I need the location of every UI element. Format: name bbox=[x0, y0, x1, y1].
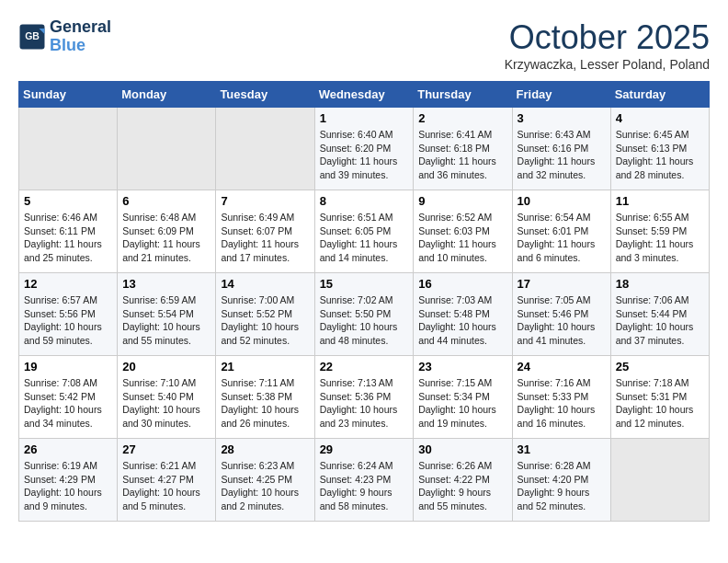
cell-info: Daylight: 11 hours bbox=[616, 155, 704, 168]
cell-info: Daylight: 10 hours bbox=[518, 320, 606, 334]
cell-info: Sunrise: 6:26 AM bbox=[418, 459, 506, 473]
cell-info: and 32 minutes. bbox=[518, 168, 606, 182]
calendar-cell: 27Sunrise: 6:21 AMSunset: 4:27 PMDayligh… bbox=[118, 439, 216, 522]
cell-info: Sunrise: 6:57 AM bbox=[24, 293, 112, 307]
cell-info: Daylight: 10 hours bbox=[221, 403, 309, 417]
calendar-cell: 17Sunrise: 7:05 AMSunset: 5:46 PMDayligh… bbox=[512, 273, 610, 356]
cell-info: Sunset: 6:09 PM bbox=[122, 224, 210, 238]
location: Krzywaczka, Lesser Poland, Poland bbox=[505, 57, 710, 72]
day-number: 6 bbox=[122, 194, 210, 208]
cell-info: and 19 minutes. bbox=[418, 417, 506, 431]
weekday-header: Sunday bbox=[19, 82, 118, 108]
cell-info: and 58 minutes. bbox=[320, 500, 409, 513]
cell-info: and 44 minutes. bbox=[418, 334, 506, 348]
cell-info: Sunrise: 6:46 AM bbox=[24, 211, 112, 224]
cell-info: and 48 minutes. bbox=[320, 334, 409, 348]
cell-info: Sunrise: 6:41 AM bbox=[418, 128, 506, 142]
cell-info: and 14 minutes. bbox=[320, 251, 409, 265]
day-number: 25 bbox=[616, 360, 704, 373]
cell-info: Daylight: 11 hours bbox=[221, 237, 309, 251]
cell-info: Sunset: 6:03 PM bbox=[418, 224, 506, 238]
weekday-header: Saturday bbox=[610, 82, 709, 108]
cell-info: and 23 minutes. bbox=[320, 417, 409, 431]
cell-info: Sunrise: 6:43 AM bbox=[518, 128, 606, 142]
cell-info: Sunrise: 7:16 AM bbox=[518, 376, 606, 390]
day-number: 29 bbox=[320, 442, 409, 456]
day-number: 30 bbox=[418, 442, 506, 456]
cell-info: and 10 minutes. bbox=[418, 251, 506, 265]
calendar-cell: 25Sunrise: 7:18 AMSunset: 5:31 PMDayligh… bbox=[610, 356, 709, 439]
calendar-cell: 5Sunrise: 6:46 AMSunset: 6:11 PMDaylight… bbox=[19, 190, 118, 273]
day-number: 3 bbox=[518, 111, 606, 125]
cell-info: Daylight: 10 hours bbox=[221, 320, 309, 334]
cell-info: Sunrise: 6:55 AM bbox=[616, 211, 704, 224]
cell-info: Sunrise: 6:19 AM bbox=[24, 459, 112, 473]
cell-info: and 30 minutes. bbox=[122, 417, 210, 431]
logo-text: General Blue bbox=[50, 18, 111, 55]
day-number: 4 bbox=[616, 111, 704, 125]
cell-info: and 5 minutes. bbox=[122, 500, 210, 513]
calendar-week-row: 26Sunrise: 6:19 AMSunset: 4:29 PMDayligh… bbox=[19, 439, 710, 522]
calendar-cell: 23Sunrise: 7:15 AMSunset: 5:34 PMDayligh… bbox=[414, 356, 512, 439]
cell-info: Daylight: 10 hours bbox=[122, 403, 210, 417]
cell-info: Sunset: 6:07 PM bbox=[221, 224, 309, 238]
weekday-header: Wednesday bbox=[314, 82, 414, 108]
calendar-cell: 30Sunrise: 6:26 AMSunset: 4:22 PMDayligh… bbox=[414, 439, 512, 522]
logo-icon: GB bbox=[18, 23, 46, 51]
calendar-week-row: 1Sunrise: 6:40 AMSunset: 6:20 PMDaylight… bbox=[19, 108, 710, 190]
cell-info: Daylight: 10 hours bbox=[24, 403, 112, 417]
weekday-header-row: SundayMondayTuesdayWednesdayThursdayFrid… bbox=[19, 82, 710, 108]
cell-info: Sunrise: 7:10 AM bbox=[122, 376, 210, 390]
day-number: 10 bbox=[518, 194, 606, 208]
cell-info: Daylight: 10 hours bbox=[24, 320, 112, 334]
cell-info: Daylight: 10 hours bbox=[320, 403, 409, 417]
calendar-cell: 1Sunrise: 6:40 AMSunset: 6:20 PMDaylight… bbox=[314, 108, 414, 190]
cell-info: Daylight: 9 hours bbox=[518, 486, 606, 500]
cell-info: Daylight: 10 hours bbox=[518, 403, 606, 417]
calendar-cell: 19Sunrise: 7:08 AMSunset: 5:42 PMDayligh… bbox=[19, 356, 118, 439]
cell-info: Sunrise: 7:05 AM bbox=[518, 293, 606, 307]
day-number: 9 bbox=[418, 194, 506, 208]
day-number: 22 bbox=[320, 360, 409, 373]
cell-info: Sunset: 5:59 PM bbox=[616, 224, 704, 238]
cell-info: and 21 minutes. bbox=[122, 251, 210, 265]
calendar-cell: 20Sunrise: 7:10 AMSunset: 5:40 PMDayligh… bbox=[118, 356, 216, 439]
cell-info: Daylight: 11 hours bbox=[122, 237, 210, 251]
cell-info: Daylight: 10 hours bbox=[418, 320, 506, 334]
calendar-week-row: 5Sunrise: 6:46 AMSunset: 6:11 PMDaylight… bbox=[19, 190, 710, 273]
day-number: 26 bbox=[24, 442, 112, 456]
cell-info: Sunrise: 7:08 AM bbox=[24, 376, 112, 390]
day-number: 11 bbox=[616, 194, 704, 208]
cell-info: Daylight: 9 hours bbox=[320, 486, 409, 500]
calendar-cell bbox=[19, 108, 118, 190]
day-number: 12 bbox=[24, 277, 112, 291]
weekday-header: Thursday bbox=[414, 82, 512, 108]
cell-info: Sunrise: 7:00 AM bbox=[221, 293, 309, 307]
cell-info: and 59 minutes. bbox=[24, 334, 112, 348]
cell-info: and 39 minutes. bbox=[320, 168, 409, 182]
cell-info: Daylight: 10 hours bbox=[122, 320, 210, 334]
logo: GB General Blue bbox=[18, 18, 111, 55]
day-number: 15 bbox=[320, 277, 409, 291]
cell-info: and 55 minutes. bbox=[122, 334, 210, 348]
cell-info: Sunset: 6:20 PM bbox=[320, 142, 409, 155]
cell-info: Daylight: 9 hours bbox=[418, 486, 506, 500]
day-number: 20 bbox=[122, 360, 210, 373]
cell-info: Daylight: 11 hours bbox=[518, 237, 606, 251]
cell-info: Sunset: 4:25 PM bbox=[221, 473, 309, 487]
calendar-cell: 12Sunrise: 6:57 AMSunset: 5:56 PMDayligh… bbox=[19, 273, 118, 356]
cell-info: Sunset: 6:11 PM bbox=[24, 224, 112, 238]
cell-info: Sunrise: 7:02 AM bbox=[320, 293, 409, 307]
calendar-cell: 11Sunrise: 6:55 AMSunset: 5:59 PMDayligh… bbox=[610, 190, 709, 273]
cell-info: and 17 minutes. bbox=[221, 251, 309, 265]
cell-info: Daylight: 11 hours bbox=[320, 237, 409, 251]
day-number: 7 bbox=[221, 194, 309, 208]
cell-info: Sunrise: 7:06 AM bbox=[616, 293, 704, 307]
cell-info: and 52 minutes. bbox=[518, 500, 606, 513]
day-number: 31 bbox=[518, 442, 606, 456]
cell-info: and 2 minutes. bbox=[221, 500, 309, 513]
cell-info: Sunrise: 7:15 AM bbox=[418, 376, 506, 390]
cell-info: Sunrise: 6:21 AM bbox=[122, 459, 210, 473]
svg-text:GB: GB bbox=[25, 30, 40, 41]
calendar-cell: 28Sunrise: 6:23 AMSunset: 4:25 PMDayligh… bbox=[216, 439, 314, 522]
